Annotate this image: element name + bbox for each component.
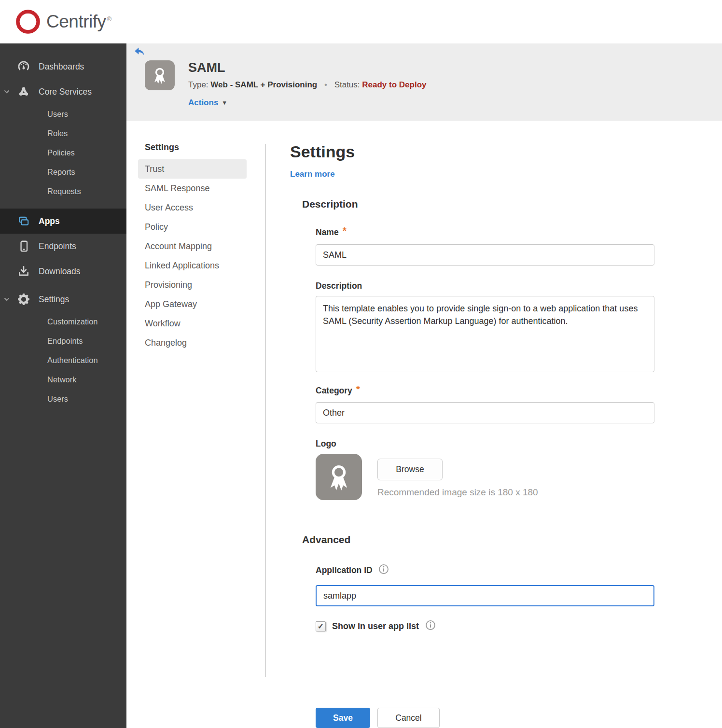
subnav-item-account-mapping[interactable]: Account Mapping bbox=[138, 237, 247, 256]
subnav-item-saml-response[interactable]: SAML Response bbox=[138, 179, 247, 198]
description-label: Description bbox=[316, 281, 654, 291]
sidebar-item-core-services[interactable]: Core Services bbox=[0, 79, 126, 104]
description-section-heading: Description bbox=[302, 198, 722, 210]
gauge-icon bbox=[17, 60, 30, 73]
subnav-item-provisioning[interactable]: Provisioning bbox=[138, 275, 247, 294]
show-in-user-app-list-label: Show in user app list bbox=[332, 621, 419, 631]
actions-dropdown[interactable]: Actions ▼ bbox=[188, 98, 227, 108]
info-icon[interactable] bbox=[425, 620, 436, 632]
advanced-section-heading: Advanced bbox=[302, 534, 722, 546]
sidebar-item-network[interactable]: Network bbox=[0, 370, 126, 389]
save-button[interactable]: Save bbox=[316, 708, 370, 728]
gear-icon bbox=[17, 293, 30, 306]
type-value: Web - SAML + Provisioning bbox=[210, 80, 317, 89]
meta-separator: • bbox=[324, 80, 327, 89]
description-textarea[interactable]: This template enables you to provide sin… bbox=[316, 296, 654, 372]
subnav-header: Settings bbox=[138, 142, 265, 153]
settings-panel: Settings Learn more Description Name * D… bbox=[266, 121, 722, 728]
name-label: Name * bbox=[316, 227, 654, 238]
category-label: Category * bbox=[316, 386, 654, 396]
name-input[interactable] bbox=[316, 244, 654, 266]
status-value: Ready to Deploy bbox=[362, 80, 426, 89]
sidebar-item-dashboards[interactable]: Dashboards bbox=[0, 54, 126, 79]
centrify-logo: Centrify® bbox=[14, 8, 111, 35]
app-title: SAML bbox=[188, 60, 426, 75]
sidebar-item-apps[interactable]: Apps bbox=[0, 209, 126, 234]
logo-label: Logo bbox=[316, 439, 654, 449]
apps-icon bbox=[17, 215, 30, 227]
award-icon bbox=[149, 64, 171, 86]
page-title: Settings bbox=[290, 142, 722, 161]
required-asterisk: * bbox=[356, 386, 360, 392]
sidebar-item-endpoints[interactable]: Endpoints bbox=[0, 234, 126, 259]
cluster-icon bbox=[17, 85, 30, 98]
sidebar-item-customization[interactable]: Customization bbox=[0, 312, 126, 331]
sidebar-item-authentication[interactable]: Authentication bbox=[0, 350, 126, 370]
info-icon[interactable] bbox=[378, 564, 389, 577]
back-arrow-icon[interactable] bbox=[134, 47, 145, 56]
sidebar-item-reports[interactable]: Reports bbox=[0, 162, 126, 182]
logo-size-hint: Recommended image size is 180 x 180 bbox=[377, 487, 538, 498]
sidebar-item-requests[interactable]: Requests bbox=[0, 182, 126, 201]
top-bar: Centrify® bbox=[0, 0, 722, 43]
status-label: Status: bbox=[334, 80, 360, 89]
brand-name: Centrify® bbox=[46, 12, 111, 32]
subnav-item-app-gateway[interactable]: App Gateway bbox=[138, 294, 247, 314]
type-label: Type: bbox=[188, 80, 208, 89]
required-asterisk: * bbox=[343, 227, 347, 234]
caret-down-icon: ▼ bbox=[222, 99, 227, 106]
app-meta: Type: Web - SAML + Provisioning • Status… bbox=[188, 80, 426, 90]
subnav-item-policy[interactable]: Policy bbox=[138, 217, 247, 237]
subnav: Settings Trust SAML Response User Access… bbox=[126, 121, 265, 728]
sidebar-item-downloads[interactable]: Downloads bbox=[0, 259, 126, 284]
app-logo-tile bbox=[145, 60, 175, 90]
award-icon bbox=[321, 460, 356, 494]
show-in-user-app-list-checkbox[interactable]: ✓ bbox=[316, 621, 326, 631]
sidebar-item-settings-endpoints[interactable]: Endpoints bbox=[0, 331, 126, 350]
sidebar-item-settings-users[interactable]: Users bbox=[0, 389, 126, 408]
chevron-down-icon bbox=[3, 295, 11, 303]
logo-preview-tile bbox=[316, 454, 362, 500]
browse-button[interactable]: Browse bbox=[377, 459, 443, 480]
sidebar-item-policies[interactable]: Policies bbox=[0, 143, 126, 162]
subnav-item-changelog[interactable]: Changelog bbox=[138, 333, 247, 352]
cancel-button[interactable]: Cancel bbox=[377, 708, 440, 728]
sidebar-item-roles[interactable]: Roles bbox=[0, 124, 126, 143]
subnav-item-user-access[interactable]: User Access bbox=[138, 198, 247, 217]
registered-mark: ® bbox=[107, 15, 111, 23]
centrify-swirl-icon bbox=[14, 8, 42, 35]
sidebar-item-users[interactable]: Users bbox=[0, 104, 126, 124]
sidebar-item-settings[interactable]: Settings bbox=[0, 287, 126, 312]
application-id-label: Application ID bbox=[316, 564, 654, 577]
category-input[interactable] bbox=[316, 402, 654, 423]
chevron-down-icon bbox=[3, 88, 11, 96]
download-icon bbox=[17, 265, 30, 278]
phone-icon bbox=[17, 240, 30, 252]
application-id-input[interactable] bbox=[316, 585, 654, 606]
subnav-item-linked-applications[interactable]: Linked Applications bbox=[138, 256, 247, 275]
subnav-item-trust[interactable]: Trust bbox=[138, 159, 247, 179]
app-header-band: SAML Type: Web - SAML + Provisioning • S… bbox=[126, 43, 722, 121]
sidebar: Dashboards Core Services Users Roles Pol… bbox=[0, 43, 126, 728]
learn-more-link[interactable]: Learn more bbox=[290, 169, 335, 179]
subnav-item-workflow[interactable]: Workflow bbox=[138, 314, 247, 333]
